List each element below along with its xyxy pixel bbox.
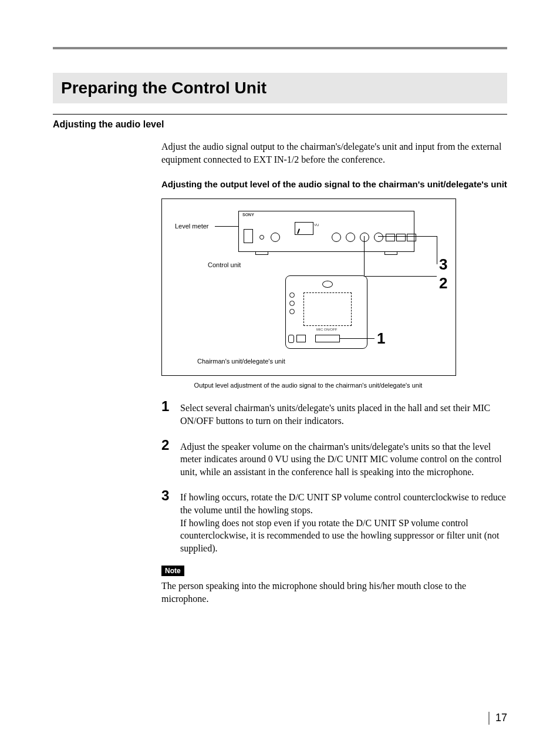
title-block: Preparing the Control Unit [53, 73, 507, 103]
led-icon [289, 292, 295, 298]
step-text: Adjust the speaker volume on the chairma… [180, 438, 507, 479]
switch-icon [296, 335, 306, 342]
knob-icon [346, 233, 355, 242]
knob-dc-unit-sp-icon [374, 233, 383, 242]
foot-icon [255, 251, 268, 255]
led-icon [289, 301, 295, 306]
jack-icon [288, 335, 294, 343]
step-number: 3 [161, 489, 174, 503]
callout-line [378, 236, 437, 237]
mic-onoff-label: MIC ON/OFF [316, 328, 337, 331]
switch-icon [386, 234, 395, 241]
switch-icon [407, 234, 416, 241]
level-meter-callout-label: Level meter [175, 223, 208, 230]
control-unit-panel: SONY VU [238, 211, 414, 252]
step-3: 3 If howling occurs, rotate the D/C UNIT… [161, 489, 507, 554]
top-rule [53, 47, 507, 49]
callout-number-3: 3 [439, 255, 447, 274]
page-title: Preparing the Control Unit [61, 79, 499, 97]
step-text: Select several chairman's units/delegate… [180, 399, 507, 427]
subsection-heading: Adjusting the output level of the audio … [161, 179, 507, 190]
callout-line [364, 236, 365, 276]
callout-line [339, 338, 375, 339]
foot-icon [384, 251, 397, 255]
power-switch-icon [244, 229, 253, 243]
knob-icon [332, 233, 341, 242]
control-unit-callout-label: Control unit [208, 261, 241, 268]
switch-icon [396, 234, 406, 241]
led-icon [289, 309, 295, 314]
knob-dc-unit-mic-icon [360, 233, 369, 242]
diagram-caption: Output level adjustment of the audio sig… [161, 382, 455, 389]
note-text: The person speaking into the microphone … [161, 580, 507, 605]
step-number: 2 [161, 438, 174, 452]
mic-onoff-button-icon [315, 335, 340, 342]
speaker-grille-icon [303, 292, 352, 326]
callout-number-2: 2 [439, 274, 447, 292]
page-number: 17 [488, 712, 507, 725]
section-heading: Adjusting the audio level [53, 119, 507, 130]
page: Preparing the Control Unit Adjusting the… [0, 0, 560, 747]
callout-line [437, 236, 437, 264]
knob-icon [271, 233, 280, 242]
speaker-icon [322, 281, 333, 288]
callout-number-1: 1 [377, 329, 385, 348]
step-2: 2 Adjust the speaker volume on the chair… [161, 438, 507, 479]
thin-rule [53, 114, 507, 115]
small-knob-icon [259, 235, 264, 240]
step-number: 1 [161, 399, 174, 413]
note-badge: Note [161, 566, 184, 576]
vu-label: VU [314, 223, 319, 227]
brand-label: SONY [242, 213, 254, 217]
step-text: If howling occurs, rotate the D/C UNIT S… [180, 489, 507, 554]
callout-line [215, 226, 238, 227]
step-1: 1 Select several chairman's units/delega… [161, 399, 507, 427]
diagram: SONY VU [161, 198, 456, 376]
delegate-unit-callout-label: Chairman's unit/delegate's unit [197, 358, 285, 365]
callout-line [364, 276, 437, 277]
level-meter-icon [295, 222, 313, 235]
note-block: Note The person speaking into the microp… [161, 565, 507, 605]
body-content: Adjust the audio signal output to the ch… [161, 140, 507, 605]
lead-paragraph: Adjust the audio signal output to the ch… [161, 140, 507, 166]
